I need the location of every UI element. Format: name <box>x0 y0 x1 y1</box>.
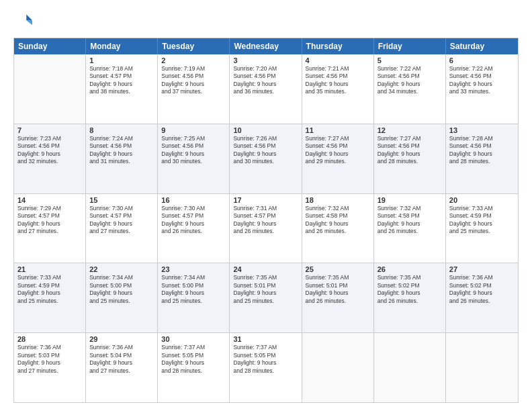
day-info: Sunrise: 7:36 AMSunset: 5:02 PMDaylight:… <box>449 274 515 305</box>
svg-marker-0 <box>26 15 32 21</box>
calendar-cell-empty <box>14 54 86 124</box>
page: SundayMondayTuesdayWednesdayThursdayFrid… <box>0 0 532 411</box>
calendar-cell-day-25: 25Sunrise: 7:35 AMSunset: 5:01 PMDayligh… <box>302 263 374 332</box>
header-day-thursday: Thursday <box>302 38 374 54</box>
calendar-cell-day-26: 26Sunrise: 7:35 AMSunset: 5:02 PMDayligh… <box>374 263 446 332</box>
calendar-cell-day-8: 8Sunrise: 7:24 AMSunset: 4:56 PMDaylight… <box>86 124 158 193</box>
day-info: Sunrise: 7:35 AMSunset: 5:01 PMDaylight:… <box>233 274 298 305</box>
day-info: Sunrise: 7:23 AMSunset: 4:56 PMDaylight:… <box>17 135 82 166</box>
calendar-cell-day-2: 2Sunrise: 7:19 AMSunset: 4:56 PMDaylight… <box>158 54 230 124</box>
day-number: 22 <box>89 265 154 273</box>
calendar-cell-day-9: 9Sunrise: 7:25 AMSunset: 4:56 PMDaylight… <box>158 124 230 193</box>
calendar-cell-day-3: 3Sunrise: 7:20 AMSunset: 4:56 PMDaylight… <box>230 54 302 124</box>
day-number: 26 <box>378 265 442 273</box>
header-day-friday: Friday <box>374 38 446 54</box>
day-number: 10 <box>233 126 298 134</box>
day-number: 1 <box>89 56 154 64</box>
day-number: 23 <box>161 265 226 273</box>
day-info: Sunrise: 7:22 AMSunset: 4:56 PMDaylight:… <box>378 65 442 96</box>
calendar-cell-day-28: 28Sunrise: 7:36 AMSunset: 5:03 PMDayligh… <box>14 333 86 402</box>
calendar-row-2: 7Sunrise: 7:23 AMSunset: 4:56 PMDaylight… <box>14 124 518 193</box>
calendar-row-1: 1Sunrise: 7:18 AMSunset: 4:57 PMDaylight… <box>14 54 518 124</box>
day-number: 19 <box>378 196 442 204</box>
day-number: 14 <box>17 196 82 204</box>
day-info: Sunrise: 7:37 AMSunset: 5:05 PMDaylight:… <box>233 344 298 375</box>
day-info: Sunrise: 7:20 AMSunset: 4:56 PMDaylight:… <box>233 65 298 96</box>
calendar-row-3: 14Sunrise: 7:29 AMSunset: 4:57 PMDayligh… <box>14 193 518 263</box>
day-number: 5 <box>378 56 442 64</box>
day-info: Sunrise: 7:33 AMSunset: 4:59 PMDaylight:… <box>17 274 82 305</box>
day-info: Sunrise: 7:28 AMSunset: 4:56 PMDaylight:… <box>449 135 515 166</box>
calendar-cell-empty <box>302 333 374 402</box>
day-number: 20 <box>449 196 515 204</box>
calendar-cell-day-5: 5Sunrise: 7:22 AMSunset: 4:56 PMDaylight… <box>374 54 446 124</box>
day-info: Sunrise: 7:33 AMSunset: 4:59 PMDaylight:… <box>449 205 515 236</box>
calendar-cell-day-20: 20Sunrise: 7:33 AMSunset: 4:59 PMDayligh… <box>446 194 518 263</box>
day-info: Sunrise: 7:36 AMSunset: 5:03 PMDaylight:… <box>17 344 82 375</box>
day-info: Sunrise: 7:19 AMSunset: 4:56 PMDaylight:… <box>161 65 226 96</box>
day-number: 29 <box>89 335 154 343</box>
day-info: Sunrise: 7:24 AMSunset: 4:56 PMDaylight:… <box>89 135 154 166</box>
calendar-cell-day-19: 19Sunrise: 7:32 AMSunset: 4:58 PMDayligh… <box>374 194 446 263</box>
day-info: Sunrise: 7:35 AMSunset: 5:01 PMDaylight:… <box>306 274 370 305</box>
logo <box>13 12 35 31</box>
day-info: Sunrise: 7:30 AMSunset: 4:57 PMDaylight:… <box>89 205 154 236</box>
calendar: SundayMondayTuesdayWednesdayThursdayFrid… <box>13 38 519 403</box>
day-number: 4 <box>306 56 370 64</box>
day-info: Sunrise: 7:35 AMSunset: 5:02 PMDaylight:… <box>378 274 442 305</box>
day-info: Sunrise: 7:34 AMSunset: 5:00 PMDaylight:… <box>89 274 154 305</box>
calendar-cell-day-12: 12Sunrise: 7:27 AMSunset: 4:56 PMDayligh… <box>374 124 446 193</box>
day-number: 16 <box>161 196 226 204</box>
day-number: 21 <box>17 265 82 273</box>
day-info: Sunrise: 7:18 AMSunset: 4:57 PMDaylight:… <box>89 65 154 96</box>
day-number: 12 <box>378 126 442 134</box>
svg-marker-1 <box>26 20 32 25</box>
calendar-cell-day-21: 21Sunrise: 7:33 AMSunset: 4:59 PMDayligh… <box>14 263 86 332</box>
calendar-row-5: 28Sunrise: 7:36 AMSunset: 5:03 PMDayligh… <box>14 332 518 402</box>
day-number: 3 <box>233 56 298 64</box>
header-day-saturday: Saturday <box>446 38 518 54</box>
calendar-cell-empty <box>446 333 518 402</box>
calendar-cell-day-31: 31Sunrise: 7:37 AMSunset: 5:05 PMDayligh… <box>230 333 302 402</box>
calendar-cell-day-16: 16Sunrise: 7:30 AMSunset: 4:57 PMDayligh… <box>158 194 230 263</box>
calendar-cell-day-23: 23Sunrise: 7:34 AMSunset: 5:00 PMDayligh… <box>158 263 230 332</box>
day-number: 6 <box>449 56 515 64</box>
calendar-cell-day-7: 7Sunrise: 7:23 AMSunset: 4:56 PMDaylight… <box>14 124 86 193</box>
day-info: Sunrise: 7:26 AMSunset: 4:56 PMDaylight:… <box>233 135 298 166</box>
day-number: 28 <box>17 335 82 343</box>
day-info: Sunrise: 7:34 AMSunset: 5:00 PMDaylight:… <box>161 274 226 305</box>
day-info: Sunrise: 7:31 AMSunset: 4:57 PMDaylight:… <box>233 205 298 236</box>
calendar-cell-day-27: 27Sunrise: 7:36 AMSunset: 5:02 PMDayligh… <box>446 263 518 332</box>
calendar-row-4: 21Sunrise: 7:33 AMSunset: 4:59 PMDayligh… <box>14 263 518 332</box>
calendar-cell-day-29: 29Sunrise: 7:36 AMSunset: 5:04 PMDayligh… <box>86 333 158 402</box>
calendar-cell-day-4: 4Sunrise: 7:21 AMSunset: 4:56 PMDaylight… <box>302 54 374 124</box>
day-number: 25 <box>306 265 370 273</box>
day-number: 9 <box>161 126 226 134</box>
calendar-cell-day-30: 30Sunrise: 7:37 AMSunset: 5:05 PMDayligh… <box>158 333 230 402</box>
day-info: Sunrise: 7:37 AMSunset: 5:05 PMDaylight:… <box>161 344 226 375</box>
calendar-cell-empty <box>374 333 446 402</box>
calendar-cell-day-18: 18Sunrise: 7:32 AMSunset: 4:58 PMDayligh… <box>302 194 374 263</box>
day-info: Sunrise: 7:30 AMSunset: 4:57 PMDaylight:… <box>161 205 226 236</box>
day-info: Sunrise: 7:21 AMSunset: 4:56 PMDaylight:… <box>306 65 370 96</box>
day-number: 7 <box>17 126 82 134</box>
calendar-cell-day-22: 22Sunrise: 7:34 AMSunset: 5:00 PMDayligh… <box>86 263 158 332</box>
day-number: 18 <box>306 196 370 204</box>
day-number: 2 <box>161 56 226 64</box>
day-info: Sunrise: 7:29 AMSunset: 4:57 PMDaylight:… <box>17 205 82 236</box>
header-day-wednesday: Wednesday <box>230 38 302 54</box>
day-number: 27 <box>449 265 515 273</box>
calendar-cell-day-24: 24Sunrise: 7:35 AMSunset: 5:01 PMDayligh… <box>230 263 302 332</box>
calendar-cell-day-13: 13Sunrise: 7:28 AMSunset: 4:56 PMDayligh… <box>446 124 518 193</box>
calendar-cell-day-14: 14Sunrise: 7:29 AMSunset: 4:57 PMDayligh… <box>14 194 86 263</box>
calendar-cell-day-1: 1Sunrise: 7:18 AMSunset: 4:57 PMDaylight… <box>86 54 158 124</box>
header-day-monday: Monday <box>86 38 158 54</box>
day-number: 8 <box>89 126 154 134</box>
header-day-tuesday: Tuesday <box>158 38 230 54</box>
day-info: Sunrise: 7:32 AMSunset: 4:58 PMDaylight:… <box>306 205 370 236</box>
calendar-cell-day-11: 11Sunrise: 7:27 AMSunset: 4:56 PMDayligh… <box>302 124 374 193</box>
day-number: 15 <box>89 196 154 204</box>
calendar-cell-day-17: 17Sunrise: 7:31 AMSunset: 4:57 PMDayligh… <box>230 194 302 263</box>
calendar-header: SundayMondayTuesdayWednesdayThursdayFrid… <box>14 38 518 54</box>
day-number: 13 <box>449 126 515 134</box>
